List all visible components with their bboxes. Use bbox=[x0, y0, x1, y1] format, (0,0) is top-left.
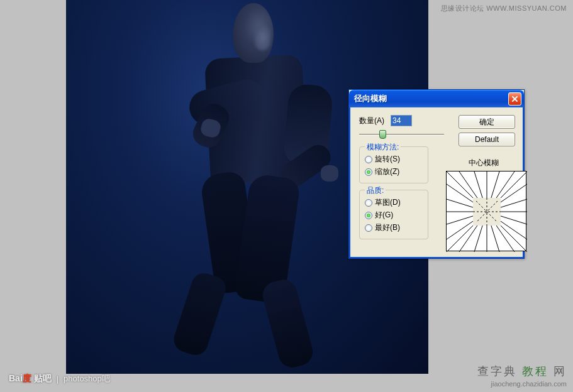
radial-blur-dialog: 径向模糊 确定 Default 中心模糊 bbox=[348, 89, 525, 259]
zoom-lines-icon bbox=[447, 172, 527, 252]
watermark-top-right: 思缘设计论坛 WWW.MISSYUAN.COM bbox=[441, 4, 567, 13]
amount-label: 数量(A) bbox=[359, 116, 384, 126]
blur-center-preview[interactable] bbox=[446, 171, 526, 251]
slider-thumb[interactable] bbox=[379, 130, 386, 139]
amount-slider[interactable] bbox=[359, 129, 444, 140]
default-button[interactable]: Default bbox=[459, 133, 515, 146]
radio-icon bbox=[365, 212, 372, 219]
watermark-bottom-right: 查字典 教程 网 jiaocheng.chazidian.com bbox=[477, 364, 567, 388]
watermark-bottom-left: Bai度 贴吧 | photoshop吧 bbox=[9, 373, 110, 384]
ok-button[interactable]: 确定 bbox=[459, 115, 515, 129]
quality-fieldset: 品质: 草图(D) 好(G) 最好(B) bbox=[359, 190, 428, 239]
close-button[interactable] bbox=[508, 92, 521, 106]
radio-zoom[interactable]: 缩放(Z) bbox=[365, 166, 423, 177]
radio-good[interactable]: 好(G) bbox=[365, 210, 423, 220]
tieba-name: photoshop吧 bbox=[64, 373, 110, 384]
radio-icon bbox=[365, 156, 372, 163]
close-icon bbox=[511, 95, 518, 102]
radio-icon bbox=[365, 199, 372, 207]
radio-best[interactable]: 最好(B) bbox=[365, 222, 423, 233]
center-blur-label: 中心模糊 bbox=[459, 158, 515, 168]
baidu-logo: Bai度 贴吧 bbox=[9, 373, 52, 384]
dialog-titlebar[interactable]: 径向模糊 bbox=[349, 90, 524, 107]
running-figure bbox=[160, 3, 343, 368]
blur-method-fieldset: 模糊方法: 旋转(S) 缩放(Z) bbox=[359, 146, 428, 183]
radio-icon bbox=[365, 224, 372, 232]
amount-input[interactable] bbox=[391, 115, 412, 126]
dialog-title: 径向模糊 bbox=[354, 93, 508, 104]
radio-draft[interactable]: 草图(D) bbox=[365, 197, 423, 208]
radio-spin[interactable]: 旋转(S) bbox=[365, 154, 423, 165]
quality-legend: 品质: bbox=[365, 185, 386, 196]
radio-icon bbox=[365, 168, 372, 176]
method-legend: 模糊方法: bbox=[365, 142, 401, 153]
